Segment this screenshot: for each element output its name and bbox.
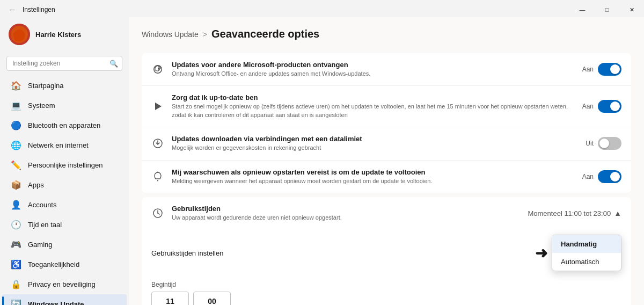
sidebar-label-bluetooth: Bluetooth en apparaten bbox=[28, 121, 100, 129]
breadcrumb-current: Geavanceerde opties bbox=[211, 28, 319, 40]
gebruikstijden-header[interactable]: Gebruikstijden Uw apparaat wordt geduren… bbox=[142, 197, 631, 229]
main-content: Harrie Kisters 🔍 🏠 Startpagina 💻 Systeem… bbox=[0, 17, 644, 305]
windowsupdate-icon: 🔄 bbox=[11, 299, 21, 305]
sidebar-item-netwerk[interactable]: 🌐 Netwerk en internet bbox=[2, 135, 127, 155]
toggle-knob-microsoft-updates bbox=[610, 64, 620, 74]
netwerk-icon: 🌐 bbox=[11, 140, 21, 150]
privacy-icon: 🔒 bbox=[11, 279, 21, 289]
gebruikstijden-title-wrap: Gebruikstijden Uw apparaat wordt geduren… bbox=[172, 205, 520, 222]
setting-control-uptodate: Aan bbox=[582, 100, 621, 113]
status-microsoft-updates: Aan bbox=[582, 66, 594, 73]
sidebar-item-windowsupdate[interactable]: 🔄 Windows Update bbox=[2, 294, 127, 305]
toggle-knob-uptodate bbox=[610, 101, 620, 111]
begintijd-minutes[interactable]: 00 bbox=[193, 292, 231, 305]
sidebar-label-accounts: Accounts bbox=[28, 201, 56, 209]
tijd-icon: 🕐 bbox=[11, 219, 21, 230]
big-arrow-icon: ➜ bbox=[535, 244, 547, 262]
toggle-microsoft-updates[interactable] bbox=[598, 63, 621, 76]
setting-text-uptodate: Zorg dat ik up-to-date ben Start zo snel… bbox=[172, 93, 575, 119]
sidebar-label-toegankelijkheid: Toegankelijkheid bbox=[28, 260, 79, 268]
sidebar-item-accounts[interactable]: 👤 Accounts bbox=[2, 195, 127, 214]
setting-control-waarschuwen: Aan bbox=[582, 170, 621, 183]
gebruikstijden-current: Momenteel 11:00 tot 23:00 bbox=[528, 209, 611, 217]
begintijd-label: Begintijd bbox=[151, 281, 621, 288]
toegankelijkheid-icon: ♿ bbox=[11, 259, 21, 270]
uptodate-icon bbox=[151, 100, 164, 113]
sidebar-label-tijd: Tijd en taal bbox=[28, 221, 62, 229]
breadcrumb: Windows Update > Geavanceerde opties bbox=[142, 28, 631, 40]
setting-title-datalimiet: Updates downloaden via verbindingen met … bbox=[172, 135, 578, 143]
setting-title-microsoft-updates: Updates voor andere Microsoft-producten … bbox=[172, 61, 575, 69]
sidebar-item-bluetooth[interactable]: 🔵 Bluetooth en apparaten bbox=[2, 115, 127, 135]
arrow-and-dropdown: ➜ Handmatig Automatisch bbox=[535, 235, 621, 271]
apps-icon: 📦 bbox=[11, 179, 21, 190]
status-uptodate: Aan bbox=[582, 103, 594, 110]
gebruikstijden-icon bbox=[151, 207, 164, 220]
toggle-waarschuwen[interactable] bbox=[598, 170, 621, 183]
dropdown-item-automatisch[interactable]: Automatisch bbox=[552, 253, 621, 271]
setting-text-datalimiet: Updates downloaden via verbindingen met … bbox=[172, 135, 578, 152]
settings-card-main: Updates voor andere Microsoft-producten … bbox=[142, 53, 631, 193]
maximize-button[interactable]: □ bbox=[595, 1, 619, 18]
gebruikstijden-body: Gebruikstijden instellen ➜ Handmatig Aut… bbox=[142, 229, 631, 305]
titlebar-left: ← Instellingen bbox=[6, 5, 55, 14]
window-controls: — □ ✕ bbox=[570, 1, 644, 18]
minimize-button[interactable]: — bbox=[570, 1, 595, 18]
setting-title-waarschuwen: Mij waarschuwen als opnieuw opstarten ve… bbox=[172, 168, 575, 176]
svg-rect-4 bbox=[157, 180, 158, 181]
sidebar-item-systeem[interactable]: 💻 Systeem bbox=[2, 96, 127, 115]
updates-icon bbox=[151, 63, 164, 76]
sidebar-label-gaming: Gaming bbox=[28, 241, 53, 249]
sidebar-label-apps: Apps bbox=[28, 181, 44, 189]
sidebar-item-startpagina[interactable]: 🏠 Startpagina bbox=[2, 76, 127, 95]
instellen-label: Gebruikstijden instellen bbox=[151, 249, 535, 257]
sidebar-label-persoonlijk: Persoonlijke instellingen bbox=[28, 161, 103, 169]
begintijd-hours[interactable]: 11 bbox=[151, 292, 189, 305]
setting-row-datalimiet: Updates downloaden via verbindingen met … bbox=[142, 127, 631, 160]
setting-control-microsoft-updates: Aan bbox=[582, 63, 621, 76]
begintijd-inputs: 11 00 bbox=[151, 292, 621, 305]
sidebar-item-gaming[interactable]: 🎮 Gaming bbox=[2, 235, 127, 254]
setting-title-uptodate: Zorg dat ik up-to-date ben bbox=[172, 93, 575, 101]
dropdown-item-handmatig[interactable]: Handmatig bbox=[552, 235, 621, 253]
titlebar: ← Instellingen — □ ✕ bbox=[0, 0, 644, 17]
sidebar-item-tijd[interactable]: 🕐 Tijd en taal bbox=[2, 215, 127, 234]
back-button[interactable]: ← bbox=[6, 5, 18, 14]
status-datalimiet: Uit bbox=[586, 140, 594, 147]
avatar bbox=[9, 24, 30, 45]
user-profile: Harrie Kisters bbox=[0, 17, 129, 52]
persoonlijk-icon: ✏️ bbox=[11, 159, 21, 170]
waarschuwen-icon bbox=[151, 170, 164, 183]
sidebar-label-windowsupdate: Windows Update bbox=[28, 300, 84, 306]
home-icon: 🏠 bbox=[11, 80, 21, 91]
toggle-knob-datalimiet bbox=[599, 139, 609, 148]
search-input[interactable] bbox=[6, 56, 122, 71]
bluetooth-icon: 🔵 bbox=[11, 120, 21, 130]
sidebar-item-toegankelijkheid[interactable]: ♿ Toegankelijkheid bbox=[2, 255, 127, 274]
sidebar-item-apps[interactable]: 📦 Apps bbox=[2, 175, 127, 194]
content-area: Windows Update > Geavanceerde opties Upd… bbox=[129, 17, 644, 305]
breadcrumb-parent[interactable]: Windows Update bbox=[142, 30, 199, 39]
toggle-uptodate[interactable] bbox=[598, 100, 621, 113]
expand-icon: ▲ bbox=[614, 209, 621, 217]
gaming-icon: 🎮 bbox=[11, 239, 21, 250]
gebruikstijden-control: Momenteel 11:00 tot 23:00 ▲ bbox=[528, 209, 621, 217]
status-waarschuwen: Aan bbox=[582, 173, 594, 180]
setting-row-waarschuwen: Mij waarschuwen als opnieuw opstarten ve… bbox=[142, 161, 631, 193]
accounts-icon: 👤 bbox=[11, 199, 21, 210]
instellen-row: Gebruikstijden instellen ➜ Handmatig Aut… bbox=[151, 229, 621, 277]
setting-desc-waarschuwen: Melding weergeven wanneer het apparaat o… bbox=[172, 177, 575, 185]
toggle-datalimiet[interactable] bbox=[598, 137, 621, 150]
setting-desc-uptodate: Start zo snel mogelijk opnieuw op (zelfs… bbox=[172, 103, 575, 119]
sidebar-label-privacy: Privacy en beveiliging bbox=[28, 280, 96, 288]
sidebar-nav: 🏠 Startpagina 💻 Systeem 🔵 Bluetooth en a… bbox=[0, 75, 129, 305]
user-name: Harrie Kisters bbox=[35, 31, 81, 39]
window-title: Instellingen bbox=[23, 6, 55, 13]
close-button[interactable]: ✕ bbox=[619, 1, 644, 18]
sidebar-item-privacy[interactable]: 🔒 Privacy en beveiliging bbox=[2, 274, 127, 294]
svg-marker-2 bbox=[155, 103, 162, 110]
sidebar-item-persoonlijk[interactable]: ✏️ Persoonlijke instellingen bbox=[2, 155, 127, 175]
setting-text-waarschuwen: Mij waarschuwen als opnieuw opstarten ve… bbox=[172, 168, 575, 185]
dropdown-menu: Handmatig Automatisch bbox=[552, 235, 621, 271]
sidebar-label-netwerk: Netwerk en internet bbox=[28, 141, 89, 149]
